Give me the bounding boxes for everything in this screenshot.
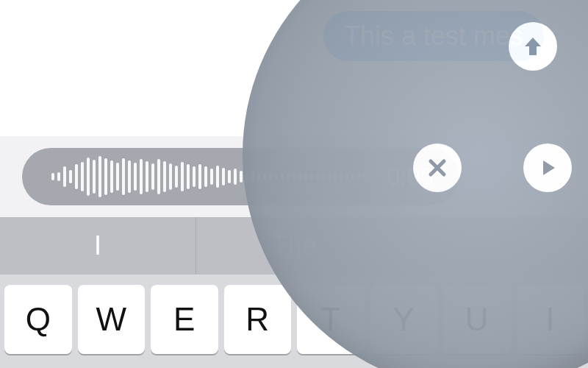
waveform-bar [134, 163, 137, 191]
waveform-bar [69, 170, 72, 183]
waveform-bar [193, 166, 196, 187]
waveform-bar [122, 158, 125, 195]
waveform-bar [98, 156, 101, 197]
close-icon [426, 157, 448, 179]
play-icon [537, 157, 559, 179]
waveform-bar [204, 166, 207, 187]
key-w[interactable]: W [78, 285, 146, 354]
waveform-bar [210, 169, 213, 185]
waveform-bar [228, 170, 231, 183]
waveform-bar [93, 160, 96, 194]
waveform-bar [157, 159, 160, 194]
waveform-bar [140, 159, 143, 194]
waveform-bar [116, 163, 119, 191]
waveform-bar [128, 160, 131, 193]
waveform-bar [234, 169, 237, 185]
waveform-bar [187, 164, 190, 189]
cancel-button[interactable] [413, 144, 462, 192]
waveform-bar [146, 161, 148, 192]
waveform-bar [151, 163, 154, 190]
waveform-bar [181, 162, 184, 191]
waveform-bar [57, 172, 60, 181]
waveform-bar [169, 163, 172, 190]
predictive-suggestion[interactable]: I [0, 217, 196, 275]
waveform-bar [240, 171, 243, 183]
key-q[interactable]: Q [4, 285, 72, 354]
waveform-bar [51, 173, 54, 180]
waveform-bar [87, 158, 90, 196]
waveform-bar [110, 160, 113, 193]
key-r[interactable]: R [224, 285, 292, 354]
waveform-bar [175, 166, 178, 188]
send-button[interactable] [509, 22, 557, 71]
waveform-bar [198, 164, 201, 189]
play-button[interactable] [523, 144, 572, 192]
messages-app-stage: This a test mes 0:00 IThe QWERTYUI [0, 0, 588, 368]
waveform-bar [222, 168, 225, 185]
waveform-bar [104, 158, 107, 195]
waveform-bar [81, 162, 84, 191]
waveform-bar [163, 161, 166, 192]
key-e[interactable]: E [151, 285, 218, 354]
waveform-bar [216, 166, 219, 188]
arrow-up-icon [520, 34, 545, 59]
waveform-bar [63, 166, 66, 187]
waveform-bar [75, 164, 78, 189]
